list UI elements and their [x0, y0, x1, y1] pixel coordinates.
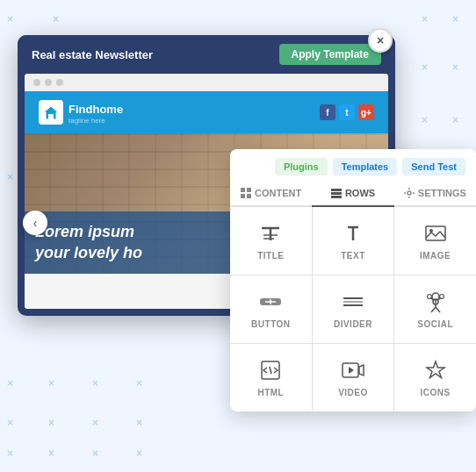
html-label: HTML	[257, 388, 284, 397]
grid-item-text[interactable]: TEXT	[313, 207, 394, 275]
decorative-x: ×	[92, 377, 98, 390]
close-button[interactable]: ×	[368, 28, 393, 53]
decorative-x: ×	[48, 447, 54, 460]
svg-rect-2	[241, 188, 245, 192]
text-icon	[341, 221, 365, 246]
svg-rect-1	[48, 114, 54, 119]
browser-bar	[25, 74, 388, 91]
logo-icon	[39, 100, 63, 125]
decorative-x: ×	[422, 114, 428, 126]
decorative-x: ×	[53, 13, 59, 25]
grid-item-button[interactable]: BUTTON	[230, 275, 312, 343]
decorative-x: ×	[136, 447, 142, 460]
twitter-icon: t	[339, 104, 355, 120]
text-label: TEXT	[341, 251, 365, 261]
image-label: IMAGE	[420, 251, 451, 261]
decorative-x: ×	[7, 377, 13, 390]
decorative-x: ×	[92, 417, 98, 429]
button-label: BUTTON	[251, 319, 290, 329]
video-label: VIDEO	[338, 388, 368, 397]
svg-rect-3	[247, 188, 251, 192]
html-icon	[258, 358, 283, 383]
video-icon	[341, 358, 365, 383]
logo-area: Findhome tagline here	[39, 100, 123, 125]
grid-item-social[interactable]: SOCIAL	[394, 275, 476, 343]
svg-rect-4	[241, 194, 245, 198]
svg-line-38	[270, 367, 271, 374]
grid-item-title[interactable]: TITLE	[230, 207, 312, 275]
svg-rect-7	[331, 192, 342, 195]
tab-rows[interactable]: ROWS	[312, 181, 393, 207]
browser-dot-1	[33, 79, 40, 86]
svg-marker-40	[359, 365, 364, 375]
panel-tabs: CONTENT ROWS SETTINGS	[230, 181, 476, 207]
panel-grid: TITLE TEXT IMAGE BUT	[230, 207, 476, 411]
decorative-x: ×	[136, 417, 142, 429]
tab-content[interactable]: CONTENT	[230, 181, 312, 205]
grid-icon	[241, 188, 251, 198]
googleplus-icon: g+	[358, 104, 374, 120]
browser-dot-3	[56, 79, 63, 86]
settings-icon	[404, 188, 415, 198]
social-icon	[423, 290, 448, 314]
button-icon	[258, 290, 283, 314]
decorative-x: ×	[48, 377, 54, 390]
svg-rect-5	[247, 194, 251, 198]
tab-settings[interactable]: SETTINGS	[394, 181, 476, 205]
panel-top-bar: Plugins Templates Send Test	[230, 149, 476, 181]
svg-marker-41	[349, 367, 354, 374]
svg-point-9	[407, 191, 411, 195]
social-label: SOCIAL	[417, 319, 453, 329]
grid-item-image[interactable]: IMAGE	[394, 207, 476, 275]
sendtest-tag[interactable]: Send Test	[402, 158, 465, 175]
divider-label: DIVIDER	[334, 319, 372, 329]
decorative-x: ×	[422, 61, 428, 74]
decorative-x: ×	[92, 447, 98, 460]
decorative-x: ×	[48, 417, 54, 429]
rows-icon	[331, 188, 342, 198]
decorative-x: ×	[7, 447, 13, 460]
logo-text-area: Findhome tagline here	[69, 101, 123, 125]
title-label: TITLE	[257, 251, 284, 261]
svg-point-35	[427, 295, 431, 299]
decorative-x: ×	[452, 114, 458, 126]
icons-label: ICONS	[421, 388, 451, 397]
grid-item-divider[interactable]: DIVIDER	[313, 275, 394, 343]
image-icon	[423, 221, 448, 246]
svg-line-30	[431, 307, 436, 312]
plugins-tag[interactable]: Plugins	[275, 158, 328, 175]
tab-content-label: CONTENT	[255, 188, 301, 198]
browser-dot-2	[45, 79, 52, 86]
decorative-x: ×	[7, 417, 13, 429]
icons-icon	[423, 358, 448, 383]
window-title: Real estate Newsletter	[32, 48, 153, 61]
tab-settings-label: SETTINGS	[418, 188, 466, 198]
tab-rows-label: ROWS	[345, 188, 375, 198]
social-icons: f t g+	[320, 104, 374, 120]
divider-icon	[341, 290, 365, 314]
house-icon	[42, 104, 60, 121]
logo-sub: tagline here	[69, 117, 123, 125]
decorative-x: ×	[452, 13, 458, 25]
grid-item-icons[interactable]: ICONS	[394, 344, 476, 411]
svg-point-36	[439, 295, 444, 299]
browser-header: Real estate Newsletter Apply Template	[18, 35, 395, 74]
apply-template-button[interactable]: Apply Template	[279, 44, 381, 65]
svg-rect-6	[331, 189, 342, 191]
email-header: Findhome tagline here f t g+	[25, 91, 388, 133]
svg-rect-8	[331, 196, 342, 198]
title-icon	[258, 221, 283, 246]
svg-marker-42	[427, 361, 444, 378]
templates-tag[interactable]: Templates	[333, 158, 398, 175]
decorative-x: ×	[452, 61, 458, 74]
decorative-x: ×	[136, 377, 142, 390]
logo-name: Findhome	[69, 103, 123, 116]
right-panel: Plugins Templates Send Test CONTENT ROWS	[230, 149, 476, 411]
facebook-icon: f	[320, 104, 335, 120]
grid-item-video[interactable]: VIDEO	[313, 344, 394, 411]
decorative-x: ×	[422, 13, 428, 25]
decorative-x: ×	[7, 13, 13, 25]
grid-item-html[interactable]: HTML	[230, 344, 312, 411]
decorative-x: ×	[7, 171, 13, 183]
nav-arrow-left[interactable]: ‹	[23, 211, 47, 235]
